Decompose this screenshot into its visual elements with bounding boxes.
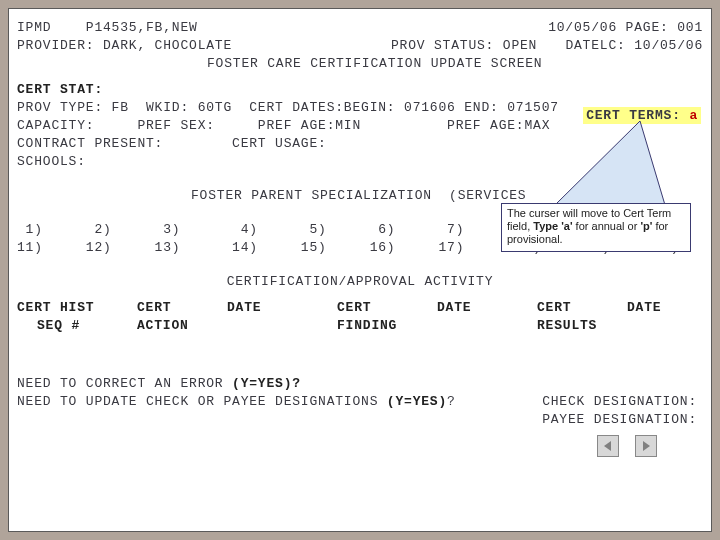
provider-name: PROVIDER: DARK, CHOCOLATE	[17, 38, 232, 53]
screen-title: FOSTER CARE CERTIFICATION UPDATE SCREEN	[17, 55, 703, 72]
check-designation-label: CHECK DESIGNATION:	[542, 393, 697, 410]
instruction-callout: The curser will move to Cert Term field,…	[501, 203, 691, 252]
svg-marker-2	[643, 441, 650, 451]
triangle-left-icon	[602, 440, 614, 452]
next-button[interactable]	[635, 435, 657, 457]
prov-status: PROV STATUS: OPEN	[391, 37, 537, 54]
cert-terms-value[interactable]: a	[689, 108, 698, 123]
activity-header-1: CERT HISTCERTDATECERTDATECERTDATE	[17, 299, 703, 316]
activity-title: CERTIFICATION/APPROVAL ACTIVITY	[17, 273, 703, 290]
svg-marker-1	[604, 441, 611, 451]
cert-stat-label: CERT STAT:	[17, 81, 703, 98]
svg-marker-0	[555, 121, 665, 205]
correct-error-prompt[interactable]: NEED TO CORRECT AN ERROR (Y=YES)?	[17, 375, 703, 392]
datelc: DATELC: 10/05/06	[565, 37, 703, 54]
payee-designation-label: PAYEE DESIGNATION:	[542, 411, 697, 428]
nav-controls	[597, 435, 657, 457]
header-line-1: IPMD P14535,FB,NEW10/05/06 PAGE: 001	[17, 19, 703, 36]
payee-designation-line: PAYEE DESIGNATION:	[17, 411, 703, 428]
triangle-right-icon	[640, 440, 652, 452]
terminal-screen: IPMD P14535,FB,NEW10/05/06 PAGE: 001 PRO…	[8, 8, 712, 532]
code-line: IPMD P14535,FB,NEW	[17, 20, 198, 35]
activity-header-2: SEQ #ACTIONFINDINGRESULTS	[17, 317, 703, 334]
prev-button[interactable]	[597, 435, 619, 457]
callout-connector	[545, 121, 665, 205]
page-date: 10/05/06 PAGE: 001	[548, 19, 703, 36]
update-designation-prompt[interactable]: NEED TO UPDATE CHECK OR PAYEE DESIGNATIO…	[17, 393, 703, 410]
header-line-2: PROVIDER: DARK, CHOCOLATEPROV STATUS: OP…	[17, 37, 703, 54]
